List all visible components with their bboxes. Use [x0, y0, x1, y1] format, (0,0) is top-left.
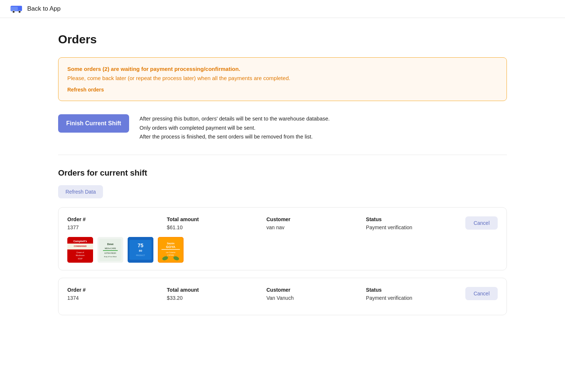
product-dove: Dove MEN+CARE EXTRA FRESH Body & Face Wa… [97, 237, 123, 263]
van-icon [10, 4, 24, 13]
svg-text:80: 80 [139, 249, 142, 252]
order-customer-label: Customer [266, 216, 366, 222]
orders-section: Orders for current shift Refresh Data Or… [58, 168, 507, 315]
order-num-value-2: 1374 [67, 295, 167, 301]
svg-point-2 [13, 11, 15, 13]
back-label: Back to App [27, 5, 61, 12]
svg-rect-1 [11, 7, 18, 11]
svg-text:PRODUCT: PRODUCT [136, 254, 145, 256]
warning-sub-text: Please, come back later (or repeat the p… [67, 75, 498, 81]
order-cancel-button-2[interactable]: Cancel [465, 287, 498, 300]
svg-text:y Achiote: y Achiote [167, 254, 174, 256]
warning-main-text: Some orders (2) are waiting for payment … [67, 66, 498, 72]
order-customer-value-2: Van Vanuch [266, 295, 366, 301]
svg-point-3 [18, 11, 21, 13]
finish-desc-line1: After pressing this button, orders' deta… [139, 114, 330, 123]
product-images-1: Campbell's CONDENSED Cream of Mushroom S… [67, 237, 498, 263]
order-total-col-2: Total amount $33.20 [167, 287, 267, 301]
order-total-label: Total amount [167, 216, 267, 222]
product-blue-package: 75 80 PRODUCT [128, 237, 153, 263]
main-content: Orders Some orders (2) are waiting for p… [43, 18, 522, 330]
product-campbells: Campbell's CONDENSED Cream of Mushroom S… [67, 237, 93, 263]
svg-rect-13 [99, 239, 121, 261]
svg-text:con Culantro: con Culantro [166, 252, 175, 253]
svg-text:Body & Face Wash: Body & Face Wash [104, 256, 117, 258]
order-status-col-2: Status Payment verification [366, 287, 466, 301]
svg-text:75: 75 [138, 242, 143, 248]
page-title: Orders [58, 33, 507, 46]
order-customer-label-2: Customer [266, 287, 366, 293]
order-customer-value: van nav [266, 224, 366, 230]
finish-shift-section: Finish Current Shift After pressing this… [58, 114, 507, 155]
finish-desc-line2: Only orders with completed payment will … [139, 123, 330, 133]
finish-shift-button[interactable]: Finish Current Shift [58, 114, 129, 133]
order-card-1: Order # 1377 Total amount $61.10 Custome… [58, 207, 507, 270]
order-num-label-2: Order # [67, 287, 167, 293]
svg-text:Cream of: Cream of [77, 251, 84, 253]
order-num-label: Order # [67, 216, 167, 222]
svg-text:EXTRA FRESH: EXTRA FRESH [104, 252, 116, 254]
svg-text:Sazón: Sazón [167, 242, 175, 245]
order-status-col: Status Payment verification [366, 216, 466, 230]
svg-text:MEN+CARE: MEN+CARE [105, 247, 116, 249]
order-card-header-2: Order # 1374 Total amount $33.20 Custome… [67, 287, 498, 301]
refresh-orders-link[interactable]: Refresh orders [67, 87, 104, 93]
svg-text:SOUP: SOUP [78, 258, 83, 260]
svg-text:Dove: Dove [107, 243, 113, 245]
svg-text:CONDENSED: CONDENSED [74, 245, 86, 247]
svg-text:GOYA: GOYA [166, 245, 175, 249]
svg-rect-16 [103, 250, 118, 251]
finish-shift-description: After pressing this button, orders' deta… [139, 114, 330, 141]
order-status-value: Payment verification [366, 224, 466, 230]
order-total-value: $61.10 [167, 224, 267, 230]
header: Back to App [0, 0, 565, 18]
order-status-label-2: Status [366, 287, 466, 293]
back-to-app-link[interactable]: Back to App [10, 4, 61, 13]
svg-text:Mushroom: Mushroom [76, 254, 85, 256]
order-total-value-2: $33.20 [167, 295, 267, 301]
svg-rect-4 [18, 6, 22, 10]
order-customer-col-2: Customer Van Vanuch [266, 287, 366, 301]
finish-desc-line3: After the process is finished, the sent … [139, 132, 330, 141]
order-total-label-2: Total amount [167, 287, 267, 293]
order-total-col: Total amount $61.10 [167, 216, 267, 230]
order-cancel-button-1[interactable]: Cancel [465, 216, 498, 230]
order-card-header-1: Order # 1377 Total amount $61.10 Custome… [67, 216, 498, 230]
orders-section-title: Orders for current shift [58, 168, 507, 178]
order-num-col-2: Order # 1374 [67, 287, 167, 301]
warning-banner: Some orders (2) are waiting for payment … [58, 57, 507, 101]
order-card-2: Order # 1374 Total amount $33.20 Custome… [58, 278, 507, 315]
product-sazon: Sazón GOYA con Culantro y Achiote [158, 237, 184, 263]
order-status-label: Status [366, 216, 466, 222]
refresh-data-button[interactable]: Refresh Data [58, 185, 103, 198]
svg-text:Campbell's: Campbell's [73, 240, 87, 243]
order-num-col: Order # 1377 [67, 216, 167, 230]
svg-rect-28 [161, 249, 180, 250]
order-status-value-2: Payment verification [366, 295, 466, 301]
order-num-value: 1377 [67, 224, 167, 230]
order-customer-col: Customer van nav [266, 216, 366, 230]
